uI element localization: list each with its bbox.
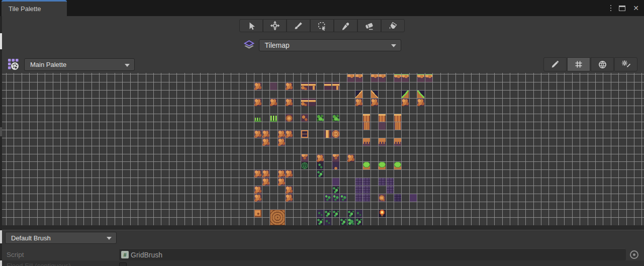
tile-rock[interactable] [270,99,277,106]
tile-vine[interactable] [317,170,324,178]
tile-moss[interactable] [324,194,331,202]
tile-rock[interactable] [286,194,293,202]
tile-vine[interactable] [317,218,324,225]
tile-gtg[interactable] [425,74,432,82]
tile-rockhang[interactable] [301,154,308,162]
tile-grass2[interactable] [270,114,277,122]
tilemap-dropdown[interactable]: Tilemap [259,39,401,51]
tile-pbrick[interactable] [355,178,362,186]
tile-rock[interactable] [278,178,285,186]
brush-settings-button[interactable] [614,57,637,71]
maximize-icon[interactable] [619,6,625,11]
tile-rock[interactable] [254,82,261,90]
tile-moss[interactable] [340,194,347,202]
tile-pbrick[interactable] [387,178,394,186]
tile-pbrick[interactable] [363,194,370,202]
flood-fill-checkbox[interactable] [119,262,127,266]
tile-arch[interactable] [394,138,401,146]
box-fill-tool-button[interactable] [310,19,334,32]
tile-rock[interactable] [402,99,409,106]
script-object-field[interactable]: # GridBrush [119,248,626,260]
tile-swirl[interactable] [301,162,308,169]
tile-rock[interactable] [317,154,324,162]
tile-logv[interactable] [324,130,331,138]
tile-pbrick[interactable] [379,178,386,186]
tile-boulder[interactable] [286,114,293,122]
tile-torch[interactable] [379,210,386,217]
select-tool-button[interactable] [239,19,263,32]
tile-rock[interactable] [278,170,285,178]
tile-rock[interactable] [254,186,261,194]
tile-vine[interactable] [355,218,362,225]
tile-vined[interactable] [324,218,331,225]
tile-pplain[interactable] [379,122,386,130]
paintbrush-tool-button[interactable] [287,19,310,32]
object-picker-icon[interactable] [630,250,638,259]
tile-rock[interactable] [417,99,424,106]
tile-rock[interactable] [347,154,354,162]
tile-pbrick[interactable] [363,186,370,194]
tile-psolid[interactable] [410,194,417,202]
tile-pbrick[interactable] [355,186,362,194]
tile-rock[interactable] [286,170,293,178]
tile-logrock[interactable] [301,82,308,90]
tile-coltop[interactable] [363,114,370,122]
tile-psolid[interactable] [332,178,339,186]
tile-moss[interactable] [332,194,339,202]
edit-palette-button[interactable] [543,57,567,71]
tile-slope_b[interactable] [371,91,378,98]
tile-rock[interactable] [286,130,293,138]
tile-leaves[interactable] [332,114,339,122]
tile-coltop[interactable] [379,114,386,122]
tile-dome[interactable] [363,162,370,169]
tile-rock[interactable] [254,130,261,138]
tile-gslope_b[interactable] [417,91,424,98]
tab-tile-palette[interactable]: Tile Palette [2,0,67,16]
tile-grass1[interactable] [254,114,261,122]
tile-vine[interactable] [332,210,339,217]
tile-vine[interactable] [324,210,331,217]
tile-rockhang[interactable] [332,154,339,162]
tile-arch[interactable] [379,138,386,146]
tile-gtg[interactable] [394,74,401,82]
tile-vined[interactable] [355,210,362,217]
tile-spiralbig[interactable] [270,210,285,225]
brush-dropdown[interactable]: Default Brush [5,232,117,244]
tile-spiralsm[interactable] [254,210,261,217]
tile-rock[interactable] [262,170,269,178]
gizmos-button[interactable] [591,57,614,71]
tile-vinesm[interactable] [317,162,324,169]
tile-rock[interactable] [286,99,293,106]
tile-vine[interactable] [340,218,347,225]
tile-darkbot[interactable] [332,162,339,169]
tile-rock[interactable] [262,130,269,138]
tile-gslope_a[interactable] [402,91,409,98]
tile-log[interactable] [324,82,331,90]
tile-logcorner[interactable] [309,82,316,90]
tile-vine[interactable] [332,186,339,194]
tile-slope_a[interactable] [355,91,362,98]
tile-stump[interactable] [332,130,339,138]
tile-rock[interactable] [254,194,261,202]
tile-pbrickd[interactable] [394,194,401,202]
tile-pbrick[interactable] [355,194,362,202]
tile-coltop[interactable] [394,114,401,122]
tile-rock[interactable] [262,178,269,186]
tile-dome[interactable] [379,162,386,169]
tile-rock[interactable] [262,138,269,146]
tile-pbrick[interactable] [387,186,394,194]
tile-rockor[interactable] [379,194,386,202]
palette-dropdown[interactable]: Main Palette [24,58,135,71]
tile-vinedense[interactable] [347,218,354,225]
tile-rocksm[interactable] [301,114,308,122]
tile-arch[interactable] [363,138,370,146]
tile-rock[interactable] [254,170,261,178]
tile-vined[interactable] [317,210,324,217]
tile-logrock[interactable] [301,99,308,106]
tile-gt[interactable] [347,74,354,82]
close-icon[interactable]: ✕ [633,5,639,12]
eraser-tool-button[interactable] [357,19,381,32]
tile-rock[interactable] [254,99,261,106]
tile-colmid[interactable] [363,122,370,130]
tile-pplain[interactable] [270,82,277,90]
